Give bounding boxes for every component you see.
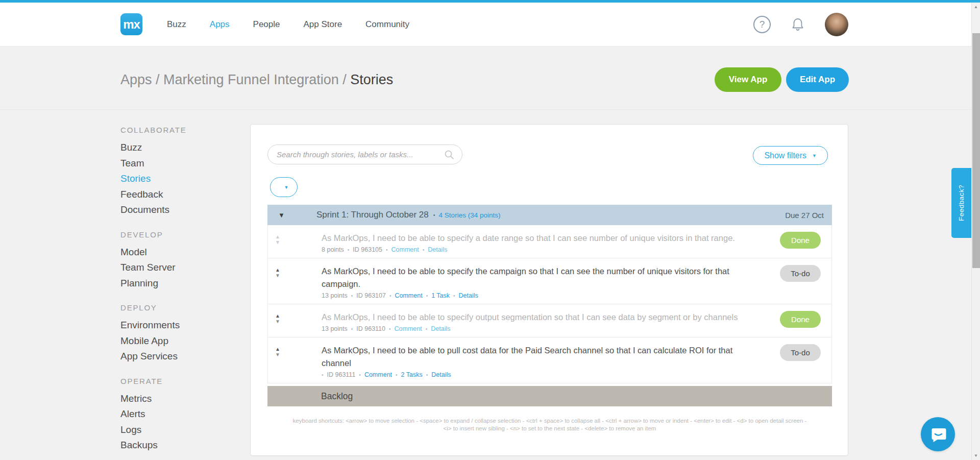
sidebar-item-app-services[interactable]: App Services [120, 349, 230, 365]
mendix-logo[interactable]: mx [120, 13, 142, 35]
stories-panel: Show filters ▼ ▼ ▼ Sprint 1: Through Oct… [250, 124, 848, 456]
status-badge[interactable]: Done [780, 232, 821, 249]
move-down-icon[interactable]: ▼ [272, 239, 283, 245]
bullet-separator: • [426, 293, 428, 299]
sprint-header-row[interactable]: ▼ Sprint 1: Through October 28 • 4 Stori… [267, 205, 832, 225]
edit-app-button[interactable]: Edit App [786, 67, 849, 92]
nav-item-apps[interactable]: Apps [210, 19, 230, 30]
sprint-title: Sprint 1: Through October 28 [316, 210, 429, 220]
story-link-details[interactable]: Details [428, 246, 447, 253]
status-badge[interactable]: To-do [780, 344, 821, 361]
sidebar-item-alerts[interactable]: Alerts [120, 406, 230, 422]
bullet-separator: • [426, 326, 428, 332]
story-title: As MarkOps, I need to be able to pull co… [322, 344, 750, 370]
main-nav: BuzzAppsPeopleApp StoreCommunity [167, 19, 433, 30]
backlog-row[interactable]: Backlog [267, 386, 832, 406]
help-icon[interactable]: ? [753, 16, 771, 33]
sidebar-section-title: DEPLOY [120, 303, 230, 312]
move-down-icon[interactable]: ▼ [272, 352, 283, 357]
story-link-comment[interactable]: Comment [391, 246, 419, 253]
bullet-separator: • [433, 212, 435, 218]
nav-item-community[interactable]: Community [365, 19, 409, 30]
sidebar-item-model[interactable]: Model [120, 245, 230, 260]
sidebar-item-team[interactable]: Team [120, 156, 230, 172]
selection-dropdown-button[interactable]: ▼ [270, 177, 298, 197]
show-filters-button[interactable]: Show filters ▼ [753, 146, 828, 165]
sidebar-section-collaborate: COLLABORATEBuzzTeamStoriesFeedbackDocume… [120, 126, 230, 218]
sidebar-item-buzz[interactable]: Buzz [120, 140, 230, 156]
story-title: As MarkOps, I need to be able to specify… [322, 232, 750, 245]
story-link-comment[interactable]: Comment [395, 292, 422, 299]
sidebar-item-backups[interactable]: Backups [120, 438, 230, 453]
sidebar-item-documents[interactable]: Documents [120, 202, 230, 218]
story-title: As MarkOps, I need to be able to specify… [322, 311, 750, 324]
reorder-arrows: ▲▼ [272, 234, 283, 245]
story-meta-text: 13 points [322, 292, 348, 299]
story-link-details[interactable]: Details [431, 371, 451, 378]
collapse-sprint-icon[interactable]: ▼ [278, 211, 285, 219]
nav-item-people[interactable]: People [253, 19, 280, 30]
bullet-separator: • [322, 372, 324, 378]
move-up-icon[interactable]: ▲ [272, 313, 283, 319]
sidebar-section-develop: DEVELOPModelTeam ServerPlanning [120, 230, 230, 292]
move-down-icon[interactable]: ▼ [272, 273, 283, 278]
move-up-icon[interactable]: ▲ [272, 346, 283, 352]
status-badge[interactable]: Done [780, 311, 821, 328]
search-input[interactable] [276, 150, 444, 159]
bullet-separator: • [351, 293, 353, 299]
move-up-icon[interactable]: ▲ [272, 234, 283, 239]
story-meta-text: ID 963111 [327, 371, 356, 378]
sprint-stories-link[interactable]: 4 Stories (34 points) [439, 211, 501, 219]
scroll-down-icon[interactable]: ▼ [972, 453, 980, 458]
sidebar-section-deploy: DEPLOYEnvironmentsMobile AppApp Services [120, 303, 230, 365]
bullet-separator: • [423, 247, 425, 253]
bullet-separator: • [351, 326, 353, 332]
sidebar-item-stories[interactable]: Stories [120, 171, 230, 187]
nav-item-app-store[interactable]: App Store [303, 19, 342, 30]
sidebar-item-environments[interactable]: Environments [120, 318, 230, 333]
story-row: ▲▼As MarkOps, I need to be able to speci… [268, 258, 831, 304]
story-link-2-tasks[interactable]: 2 Tasks [401, 371, 423, 378]
main-header: mx BuzzAppsPeopleApp StoreCommunity ? [0, 3, 980, 46]
chevron-down-icon: ▼ [284, 185, 289, 190]
vertical-scrollbar[interactable]: ▲ ▼ [971, 3, 980, 460]
sidebar-section-title: COLLABORATE [120, 126, 230, 134]
notifications-bell-icon[interactable] [791, 17, 804, 32]
story-link-1-task[interactable]: 1 Task [431, 292, 450, 299]
breadcrumb: Apps / Marketing Funnel Integration / St… [120, 72, 393, 88]
sidebar-item-planning[interactable]: Planning [120, 276, 230, 292]
sidebar-item-logs[interactable]: Logs [120, 422, 230, 438]
top-accent-strip [0, 0, 980, 3]
chat-messenger-button[interactable] [921, 417, 955, 451]
bullet-separator: • [453, 293, 455, 299]
story-link-comment[interactable]: Comment [364, 371, 392, 378]
sidebar-item-mobile-app[interactable]: Mobile App [120, 333, 230, 349]
story-link-comment[interactable]: Comment [395, 325, 422, 332]
scroll-up-icon[interactable]: ▲ [972, 5, 980, 9]
sidebar-item-metrics[interactable]: Metrics [120, 391, 230, 407]
sidebar-item-feedback[interactable]: Feedback [120, 187, 230, 203]
view-app-button[interactable]: View App [715, 67, 781, 92]
feedback-tab[interactable]: Feedback? [951, 168, 971, 238]
story-meta-text: ID 963107 [356, 292, 386, 299]
bullet-separator: • [396, 372, 398, 378]
status-badge[interactable]: To-do [780, 265, 821, 282]
nav-item-buzz[interactable]: Buzz [167, 19, 186, 30]
sidebar-item-team-server[interactable]: Team Server [120, 260, 230, 276]
story-link-details[interactable]: Details [459, 292, 478, 299]
user-avatar[interactable] [825, 13, 848, 36]
breadcrumb-path[interactable]: Apps / Marketing Funnel Integration / [120, 72, 350, 87]
bullet-separator: • [426, 372, 428, 378]
bullet-separator: • [389, 326, 391, 332]
scrollbar-thumb[interactable] [972, 33, 980, 268]
story-link-details[interactable]: Details [431, 325, 450, 332]
story-meta-text: ID 963105 [353, 246, 382, 253]
chat-bubble-icon [929, 426, 947, 443]
show-filters-label: Show filters [764, 151, 806, 160]
story-row: ▲▼As MarkOps, I need to be able to speci… [268, 225, 831, 258]
move-up-icon[interactable]: ▲ [272, 267, 283, 273]
chevron-down-icon: ▼ [812, 153, 817, 158]
sidebar-section-title: DEVELOP [120, 230, 230, 239]
move-down-icon[interactable]: ▼ [272, 319, 283, 324]
sidebar: COLLABORATEBuzzTeamStoriesFeedbackDocume… [120, 126, 230, 460]
